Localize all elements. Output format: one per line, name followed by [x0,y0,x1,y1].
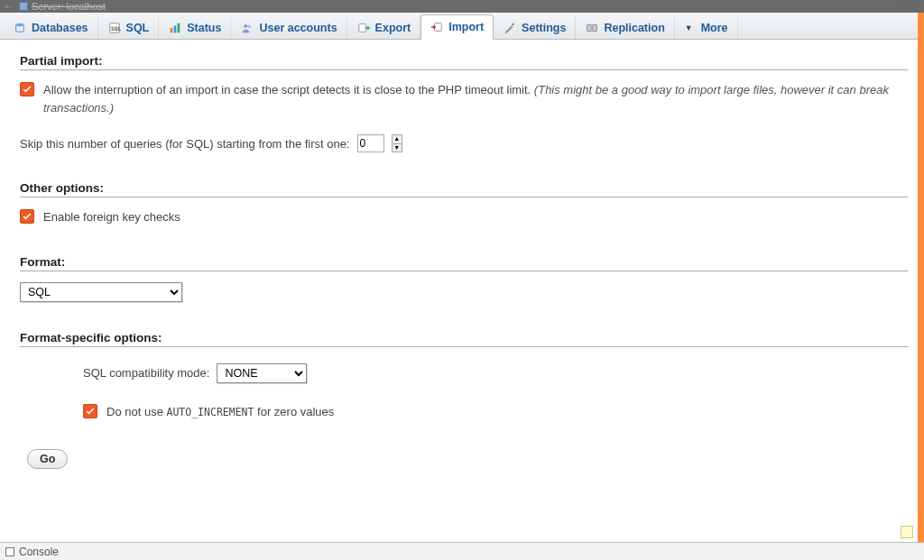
skip-queries-row: Skip this number of queries (for SQL) st… [20,134,908,152]
auto-increment-suffix: for zero values [254,405,334,418]
svg-rect-10 [512,23,514,25]
skip-queries-spinner: ▲ ▼ [392,134,402,152]
skip-queries-label: Skip this number of queries (for SQL) st… [20,137,350,151]
main-tabbar: Databases SQL SQL Status User accounts E… [0,13,924,40]
right-accent-bar [918,13,924,542]
database-icon [14,22,26,34]
skip-queries-input[interactable] [357,134,384,152]
tab-label: User accounts [259,22,337,34]
compat-row: SQL compatibility mode: NONE [83,363,908,383]
svg-text:SQL: SQL [111,24,121,31]
tab-label: Export [375,22,411,34]
format-section: Format: SQL [20,255,908,302]
svg-point-0 [16,23,24,26]
tab-sql[interactable]: SQL SQL [98,14,160,40]
export-icon [357,22,370,34]
format-title: Format: [20,255,908,271]
format-specific-title: Format-specific options: [20,331,908,347]
back-icon[interactable]: ← [4,1,19,12]
sticky-note-icon[interactable] [901,526,913,538]
partial-import-title: Partial import: [20,54,908,70]
tab-more[interactable]: ▼ More [675,14,738,40]
console-label: Console [19,546,59,558]
svg-rect-8 [358,23,365,32]
chevron-down-icon: ▼ [685,23,693,32]
partial-import-section: Partial import: Allow the interruption o… [20,54,908,152]
tab-label: More [701,22,728,34]
tab-label: SQL [126,22,150,34]
foreign-key-checkbox[interactable] [20,209,34,224]
users-icon [241,22,254,34]
allow-interruption-label: Allow the interruption of an import in c… [43,81,908,116]
tab-export[interactable]: Export [347,14,421,40]
svg-rect-4 [174,25,177,32]
window-titlebar: ← Server: localhost ✲ ⤢ [0,0,924,13]
tab-user-accounts[interactable]: User accounts [231,14,346,40]
replication-icon [586,22,598,34]
auto-increment-code: AUTO_INCREMENT [167,406,254,418]
sql-icon: SQL [108,22,121,34]
tab-label: Databases [32,22,88,34]
svg-rect-12 [593,24,596,31]
format-specific-section: Format-specific options: SQL compatibili… [20,331,908,421]
tab-label: Settings [522,22,566,34]
skip-queries-down[interactable]: ▼ [393,143,402,152]
server-label: Server: localhost [32,1,106,12]
compat-label: SQL compatibility mode: [83,366,209,380]
window-expand-icon[interactable]: ⤢ [911,0,920,13]
import-form: Partial import: Allow the interruption o… [0,40,924,542]
skip-queries-up[interactable]: ▲ [393,135,402,143]
console-toggle-icon[interactable] [5,547,14,556]
window-settings-icon[interactable]: ✲ [899,0,908,13]
tab-label: Replication [604,22,664,34]
compat-select[interactable]: NONE [217,363,307,383]
tab-label: Import [448,21,484,33]
allow-interruption-row: Allow the interruption of an import in c… [20,81,908,116]
tab-import[interactable]: Import [420,14,494,40]
auto-increment-checkbox[interactable] [83,404,97,418]
svg-point-6 [245,23,248,27]
settings-icon [504,22,516,34]
svg-point-7 [248,24,252,28]
auto-increment-row: Do not use AUTO_INCREMENT for zero value… [83,403,908,421]
foreign-key-row: Enable foreign key checks [20,208,908,226]
import-icon [430,21,443,33]
tab-settings[interactable]: Settings [494,14,576,40]
format-select[interactable]: SQL [20,282,182,302]
auto-increment-label: Do not use AUTO_INCREMENT for zero value… [106,403,334,421]
tab-replication[interactable]: Replication [576,14,674,40]
svg-rect-3 [171,28,173,32]
status-icon [169,22,181,34]
allow-interruption-text: Allow the interruption of an import in c… [43,83,531,96]
svg-rect-11 [587,24,591,31]
allow-interruption-checkbox[interactable] [20,82,34,96]
foreign-key-label: Enable foreign key checks [43,208,180,226]
svg-rect-5 [178,23,180,32]
console-bar[interactable]: Console [0,542,924,560]
go-button[interactable]: Go [27,449,68,469]
other-options-section: Other options: Enable foreign key checks [20,181,908,226]
tab-status[interactable]: Status [159,14,231,40]
server-icon [19,2,28,11]
other-options-title: Other options: [20,181,908,197]
tab-databases[interactable]: Databases [4,14,98,40]
tab-label: Status [187,22,221,34]
auto-increment-prefix: Do not use [106,405,167,418]
window-controls: ✲ ⤢ [899,0,920,13]
